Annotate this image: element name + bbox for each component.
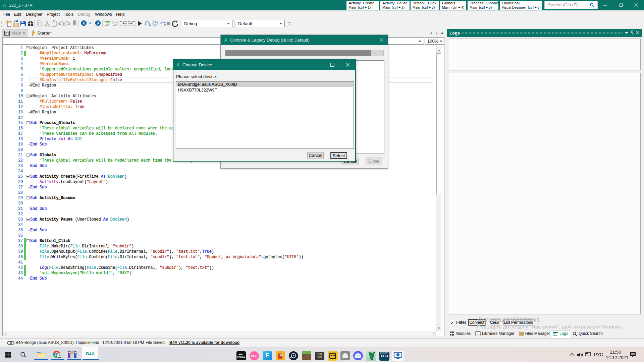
svg-text:2: 2 [112,21,114,24]
